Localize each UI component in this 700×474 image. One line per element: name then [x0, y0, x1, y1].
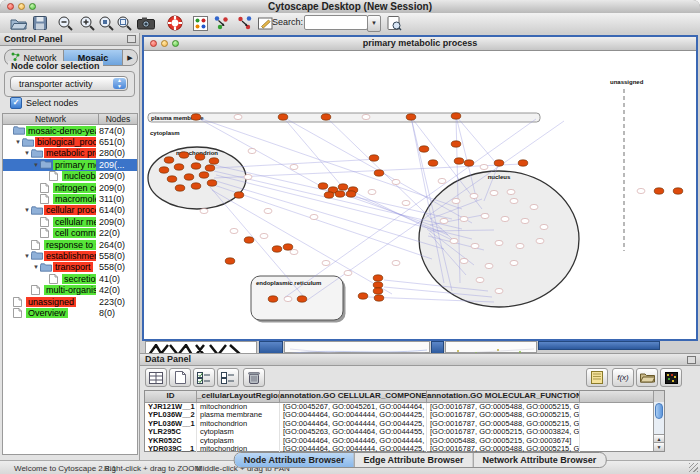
tree-row[interactable]: ▼transport558(0) [3, 262, 137, 273]
tree-row[interactable]: multi-organism pro42(0) [3, 284, 137, 295]
help-ring-icon[interactable] [165, 14, 185, 32]
graph-node-selected[interactable] [406, 114, 416, 120]
graph-node-selected[interactable] [373, 288, 383, 294]
graph-node-unselected[interactable] [200, 208, 208, 213]
graph-node-selected[interactable] [451, 141, 461, 147]
graph-node-unselected[interactable] [490, 190, 498, 195]
graph-node-selected[interactable] [159, 167, 169, 173]
zoom-traffic-light[interactable] [29, 3, 36, 10]
table-row[interactable]: YJR121W__1mitochondrion[GO:0045267, GO:0… [145, 403, 664, 411]
graph-node-unselected[interactable] [260, 233, 268, 238]
expand-arrow-icon[interactable]: ▼ [14, 139, 22, 145]
background-window-sliver[interactable] [538, 341, 660, 350]
table-column-header[interactable]: ID [145, 391, 197, 402]
layout-icon-2[interactable] [235, 14, 255, 32]
scrollbar-thumb[interactable] [655, 403, 663, 419]
graph-node-unselected[interactable] [440, 218, 448, 223]
minimize-traffic-light[interactable] [18, 3, 25, 10]
node-color-dropdown[interactable]: transporter activity ▲▼ [10, 76, 128, 91]
graph-node-unselected[interactable] [230, 228, 238, 233]
tab-node-attribute-browser[interactable]: Node Attribute Browser [235, 453, 355, 467]
tree-column-nodes[interactable]: Nodes [99, 113, 138, 125]
graph-node-selected[interactable] [374, 295, 384, 301]
expand-arrow-icon[interactable]: ▼ [23, 253, 31, 259]
graph-node-selected[interactable] [464, 160, 474, 166]
tab-edge-attribute-browser[interactable]: Edge Attribute Browser [354, 453, 473, 467]
graph-node-unselected[interactable] [438, 178, 446, 183]
graph-node-unselected[interactable] [501, 216, 509, 221]
new-attribute-icon[interactable] [169, 368, 191, 387]
graph-node-selected[interactable] [373, 275, 383, 281]
network-canvas[interactable]: plasma membranecytoplasmmitochondrionnuc… [144, 51, 696, 339]
tree-row[interactable]: ▼metabolic process280(0) [3, 148, 137, 159]
graph-node-unselected[interactable] [460, 258, 468, 263]
layout-icon-1[interactable] [211, 14, 231, 32]
graph-node-unselected[interactable] [392, 260, 400, 265]
graph-node-unselected[interactable] [460, 216, 468, 221]
graph-node-selected[interactable] [268, 296, 278, 302]
graph-node-unselected[interactable] [480, 164, 488, 169]
network-minimize-traffic-light[interactable] [161, 40, 168, 47]
tree-row[interactable]: Overview8(0) [3, 307, 137, 318]
graph-node-unselected[interactable] [248, 148, 256, 153]
scroll-down-icon[interactable]: ▼ [654, 442, 664, 451]
graph-node-selected[interactable] [297, 296, 307, 302]
graph-node-selected[interactable] [338, 184, 348, 190]
save-icon[interactable] [30, 14, 50, 32]
tree-row[interactable]: secretion41(0) [3, 273, 137, 284]
graph-node-selected[interactable] [174, 164, 184, 170]
graph-node-unselected[interactable] [540, 224, 548, 229]
table-icon[interactable] [145, 368, 167, 387]
graph-node-selected[interactable] [209, 158, 219, 164]
graph-node-unselected[interactable] [521, 218, 529, 223]
graph-node-selected[interactable] [419, 146, 429, 152]
tree-row[interactable]: cell communicat22(0) [3, 228, 137, 239]
select-nodes-checkbox[interactable]: ✓ [10, 97, 22, 109]
attribute-pad-icon[interactable] [586, 368, 608, 387]
search-dropdown-arrow-icon[interactable]: ▼ [367, 15, 381, 32]
graph-node-selected[interactable] [321, 114, 331, 120]
graph-node-selected[interactable] [654, 188, 664, 194]
expand-arrow-icon[interactable]: ▼ [32, 162, 40, 168]
delete-attribute-icon[interactable] [243, 368, 265, 387]
float-panel-icon[interactable] [687, 356, 696, 364]
table-row[interactable]: YKR052Ccytoplasm[GO:0044464, GO:0044446,… [145, 437, 664, 445]
graph-node-selected[interactable] [272, 246, 282, 252]
graph-node-unselected[interactable] [392, 179, 400, 184]
matrix-icon[interactable] [660, 368, 682, 387]
tree-row[interactable]: ▼primary metabol209(... [3, 159, 137, 170]
resize-grip[interactable] [689, 463, 698, 472]
graph-node-selected[interactable] [374, 170, 384, 176]
tree-row[interactable]: macromolecule311(0) [3, 193, 137, 204]
graph-node-selected[interactable] [451, 113, 461, 119]
graph-node-selected[interactable] [369, 155, 379, 161]
graph-node-unselected[interactable] [234, 114, 242, 119]
graph-node-selected[interactable] [225, 258, 235, 264]
graph-node-unselected[interactable] [290, 164, 298, 169]
tree-row[interactable]: unassigned223(0) [3, 296, 137, 307]
graph-node-unselected[interactable] [322, 260, 330, 265]
tree-row[interactable]: nucleobase-c209(0) [3, 171, 137, 182]
table-column-header[interactable]: _cellularLayoutRegion [197, 391, 280, 402]
import-attributes-icon[interactable] [636, 368, 658, 387]
graph-node-selected[interactable] [283, 244, 293, 250]
graph-node-unselected[interactable] [450, 238, 458, 243]
tree-row[interactable]: response to stimulu264(0) [3, 239, 137, 250]
graph-node-unselected[interactable] [290, 249, 298, 254]
table-column-header[interactable]: annotation.GO CELLULAR_COMPONENT [280, 391, 427, 402]
vizmapper-icon[interactable] [190, 14, 210, 32]
graph-node-selected[interactable] [358, 293, 368, 299]
graph-node-selected[interactable] [191, 163, 201, 169]
graph-node-unselected[interactable] [495, 240, 503, 245]
graph-node-selected[interactable] [324, 192, 334, 198]
graph-node-unselected[interactable] [244, 174, 252, 179]
graph-node-unselected[interactable] [284, 296, 292, 301]
graph-node-selected[interactable] [335, 191, 345, 197]
network-close-traffic-light[interactable] [150, 40, 157, 47]
graph-node-selected[interactable] [518, 160, 528, 166]
graph-node-selected[interactable] [195, 154, 205, 160]
graph-node-unselected[interactable] [362, 114, 370, 119]
tab-network-attribute-browser[interactable]: Network Attribute Browser [474, 453, 606, 467]
background-window-sliver[interactable] [284, 341, 430, 353]
camera-icon[interactable] [136, 14, 156, 32]
